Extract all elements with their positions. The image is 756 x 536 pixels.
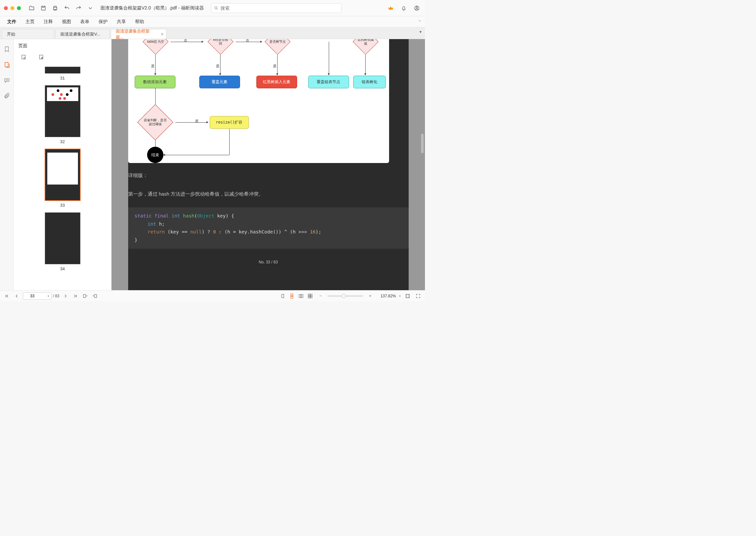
- search-input[interactable]: [221, 6, 338, 11]
- zoom-slider[interactable]: [327, 295, 363, 297]
- bell-icon[interactable]: [399, 4, 408, 13]
- left-rail: [0, 39, 14, 290]
- zoom-caret-icon[interactable]: ▾: [399, 294, 401, 298]
- code-block: static final int hash(Object key) { int …: [128, 207, 409, 249]
- undo-icon[interactable]: [63, 4, 71, 13]
- bookmark-icon[interactable]: [3, 45, 11, 53]
- view-facing-cont-icon[interactable]: [307, 292, 314, 300]
- next-page-icon[interactable]: [62, 292, 69, 300]
- svg-rect-18: [299, 294, 301, 297]
- thumbnail-32[interactable]: 32: [14, 85, 111, 144]
- thumbnail-33[interactable]: 33: [14, 149, 111, 208]
- redo-icon[interactable]: [74, 4, 83, 13]
- svg-rect-19: [301, 294, 303, 297]
- svg-point-2: [215, 7, 217, 9]
- menu-protect[interactable]: 保护: [94, 17, 112, 26]
- thumb-33-label: 33: [60, 203, 65, 208]
- menu-form[interactable]: 表单: [76, 17, 93, 26]
- thumb-32-label: 32: [60, 139, 65, 144]
- reflow2-icon[interactable]: [91, 292, 98, 300]
- thumb-tool1-icon[interactable]: [19, 53, 28, 61]
- close-tab-icon[interactable]: ×: [161, 32, 163, 37]
- fit-page-icon[interactable]: [404, 292, 411, 300]
- fc-box-add: 数组添加元素: [135, 76, 176, 88]
- reflow-icon[interactable]: [82, 292, 89, 300]
- zoom-out-icon[interactable]: −: [317, 292, 324, 300]
- page-input-caret-icon[interactable]: ▾: [48, 294, 49, 298]
- scrollbar[interactable]: [421, 39, 424, 290]
- menu-view[interactable]: 视图: [58, 17, 75, 26]
- menu-home[interactable]: 主页: [21, 17, 39, 26]
- svg-rect-9: [22, 55, 25, 59]
- thumbnail-list: 31 32: [14, 65, 111, 290]
- save-icon[interactable]: [39, 4, 48, 13]
- svg-point-4: [416, 7, 418, 8]
- tab-start[interactable]: 开始: [2, 29, 54, 39]
- view-facing-icon[interactable]: [297, 292, 305, 300]
- panel-title: 页面: [14, 39, 111, 51]
- window-title: 面渣逆袭集合框架篇V2.0（暗黑）.pdf - 福昕阅读器: [100, 5, 204, 11]
- page-input-box[interactable]: ▾: [23, 292, 52, 300]
- menu-share[interactable]: 共享: [113, 17, 130, 26]
- svg-rect-11: [40, 55, 43, 59]
- fc-diamond-threshold: 达到树化阈值: [357, 39, 374, 46]
- fc-circle-end: 结束: [147, 147, 163, 163]
- user-icon[interactable]: [413, 4, 421, 13]
- page-input[interactable]: [25, 294, 40, 298]
- zoom-in-icon[interactable]: +: [366, 292, 374, 300]
- svg-rect-22: [308, 296, 310, 298]
- thumbnail-31[interactable]: 31: [14, 67, 111, 81]
- crown-icon[interactable]: [387, 4, 395, 13]
- fc-no2: 否: [246, 39, 249, 43]
- view-single-icon[interactable]: [279, 292, 286, 300]
- tabs-dropdown-icon[interactable]: ▾: [419, 29, 422, 34]
- view-continuous-icon[interactable]: [288, 292, 295, 300]
- first-page-icon[interactable]: [3, 292, 11, 300]
- maximize-window-button[interactable]: [17, 6, 21, 10]
- flowchart: table[i] 为空 key是否相同 是否树节点 达到树化阈值 否 否 是 是…: [128, 39, 389, 163]
- print-icon[interactable]: [51, 4, 59, 13]
- view-modes: [279, 292, 314, 300]
- svg-point-8: [7, 80, 8, 80]
- fc-yes2: 是: [216, 64, 220, 68]
- page-view[interactable]: table[i] 为空 key是否相同 是否树节点 达到树化阈值 否 否 是 是…: [112, 39, 425, 290]
- fc-d-cap2: 超过阈值: [149, 122, 162, 126]
- close-window-button[interactable]: [4, 6, 8, 10]
- page-total: / 83: [53, 294, 59, 298]
- doc-text-step1: 第一步，通过 hash 方法进一步扰动哈希值，以减少哈希冲突。: [128, 180, 409, 198]
- menu-collapse-icon[interactable]: [418, 19, 422, 24]
- menu-file[interactable]: 文件: [3, 17, 20, 26]
- thumb-34-label: 34: [60, 266, 65, 271]
- prev-page-icon[interactable]: [13, 292, 20, 300]
- svg-point-6: [6, 80, 6, 80]
- search-box[interactable]: [211, 3, 341, 13]
- attachments-icon[interactable]: [3, 92, 11, 100]
- tab-doc2[interactable]: 面渣逆袭集合框架篇...×: [111, 29, 166, 39]
- svg-rect-21: [311, 294, 312, 296]
- code-zero: 0: [213, 229, 216, 234]
- more-dropdown-icon[interactable]: [86, 4, 94, 13]
- code-key: key) {: [214, 213, 234, 218]
- window-controls: [4, 6, 21, 10]
- comments-icon[interactable]: [3, 76, 11, 85]
- menu-annotate[interactable]: 注释: [40, 17, 57, 26]
- svg-rect-5: [5, 63, 8, 67]
- minimize-window-button[interactable]: [11, 6, 14, 10]
- code-int1: int: [172, 213, 180, 218]
- fc-d-cap1: 容量判断，是否: [144, 118, 167, 122]
- page-number: No. 33 / 83: [128, 260, 409, 264]
- pages-icon[interactable]: [3, 61, 11, 69]
- menu-help[interactable]: 帮助: [131, 17, 148, 26]
- fullscreen-icon[interactable]: [415, 292, 422, 300]
- last-page-icon[interactable]: [72, 292, 79, 300]
- tab-doc1[interactable]: 面渣逆袭集合框架V...: [55, 29, 110, 39]
- thumbnail-panel: 页面 31: [14, 39, 112, 290]
- code-null: null: [190, 229, 202, 234]
- open-file-icon[interactable]: [27, 4, 36, 13]
- svg-rect-14: [94, 294, 97, 297]
- thumbnail-34[interactable]: 34: [14, 212, 111, 271]
- fc-box-resize: resize()扩容: [210, 116, 249, 129]
- code-sixteen: 16: [310, 229, 315, 234]
- fc-box-cover: 覆盖元素: [199, 76, 240, 88]
- thumb-tool2-icon[interactable]: [37, 53, 46, 61]
